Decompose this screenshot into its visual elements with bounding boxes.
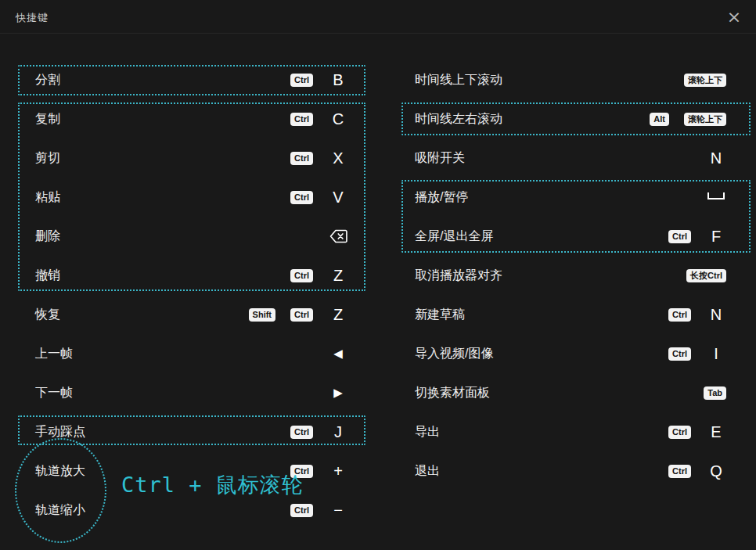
shortcut-keys: CtrlI <box>668 345 726 362</box>
shortcut-keys: CtrlQ <box>668 462 726 480</box>
dialog-header: 快捷键 × <box>0 0 756 34</box>
shortcut-row: 上一帧◀ <box>35 342 348 365</box>
shortcut-label: 新建草稿 <box>415 307 465 323</box>
key-badge: Ctrl <box>290 152 313 165</box>
shortcut-keys: CtrlJ <box>290 423 348 440</box>
key-badge: Ctrl <box>668 230 691 243</box>
key-letter: X <box>328 149 348 167</box>
shortcut-label: 轨道缩小 <box>35 502 85 519</box>
shortcut-row: 吸附开关N <box>415 146 726 170</box>
shortcut-column-left: 分割CtrlB复制CtrlC剪切CtrlX粘贴CtrlV删除撤销CtrlZ恢复S… <box>19 68 365 537</box>
shortcut-row: 复制CtrlC <box>35 107 348 131</box>
shortcut-row: 导出CtrlE <box>415 420 726 444</box>
shortcut-keys: 滚轮上下 <box>684 74 726 87</box>
shortcut-keys: CtrlF <box>668 228 726 245</box>
shortcut-label: 导出 <box>415 424 440 440</box>
shortcut-keys: Tab <box>704 386 726 400</box>
shortcut-row: 退出CtrlQ <box>415 459 726 483</box>
next-frame-icon: ▶ <box>328 384 348 401</box>
key-badge: Ctrl <box>290 504 313 517</box>
shortcut-keys: CtrlX <box>290 149 348 167</box>
space-key-icon <box>706 192 726 203</box>
shortcut-keys: ◀ <box>328 345 348 362</box>
key-letter: J <box>328 423 348 440</box>
shortcut-column-right: 时间线上下滚动滚轮上下时间线左右滚动Alt滚轮上下吸附开关N播放/暂停全屏/退出… <box>402 68 750 498</box>
close-icon[interactable]: × <box>722 5 747 30</box>
key-letter: N <box>706 149 726 167</box>
key-badge: Ctrl <box>290 191 313 204</box>
backspace-icon <box>328 229 348 243</box>
shortcut-keys: CtrlV <box>290 189 348 206</box>
key-letter: I <box>706 345 726 362</box>
shortcut-label: 退出 <box>415 463 440 480</box>
prev-frame-icon: ◀ <box>328 345 348 362</box>
shortcut-label: 粘贴 <box>35 189 60 206</box>
key-badge: Ctrl <box>290 113 313 126</box>
key-letter: V <box>328 189 348 206</box>
shortcut-row: 下一帧▶ <box>35 381 348 404</box>
shortcut-label: 分割 <box>35 72 60 88</box>
shortcut-label: 时间线左右滚动 <box>415 111 502 128</box>
key-badge: Alt <box>650 113 669 126</box>
shortcut-label: 上一帧 <box>35 346 73 362</box>
shortcut-keys: Alt滚轮上下 <box>650 113 726 126</box>
space-key-shape <box>707 192 725 200</box>
key-badge: Ctrl <box>668 465 691 478</box>
key-letter: B <box>328 71 348 88</box>
shortcut-keys <box>328 229 348 243</box>
shortcut-label: 撤销 <box>35 268 60 284</box>
shortcut-keys: CtrlC <box>290 110 348 128</box>
shortcut-row: 时间线左右滚动Alt滚轮上下 <box>415 107 726 131</box>
key-letter: C <box>328 110 348 128</box>
shortcut-keys: CtrlZ <box>290 267 348 284</box>
shortcut-row: 粘贴CtrlV <box>35 185 348 209</box>
key-letter: − <box>328 501 348 519</box>
shortcut-label: 手动踩点 <box>35 424 85 440</box>
key-badge: 滚轮上下 <box>684 74 726 87</box>
shortcut-row: 分割CtrlB <box>35 68 348 92</box>
key-letter: + <box>328 462 348 480</box>
shortcut-label: 下一帧 <box>35 385 73 401</box>
shortcut-keys: CtrlN <box>668 306 726 323</box>
shortcut-row: 全屏/退出全屏CtrlF <box>415 225 726 248</box>
shortcut-label: 播放/暂停 <box>415 189 468 206</box>
shortcut-label: 删除 <box>35 228 60 245</box>
shortcut-keys: Ctrl− <box>290 501 348 519</box>
shortcut-label: 恢复 <box>35 307 60 323</box>
key-letter: Z <box>328 267 348 284</box>
shortcut-label: 吸附开关 <box>415 150 465 167</box>
key-badge: 长按Ctrl <box>686 269 726 282</box>
key-badge: Ctrl <box>668 347 691 361</box>
shortcut-keys: ▶ <box>328 384 348 401</box>
shortcut-row: 手动踩点CtrlJ <box>35 420 348 444</box>
shortcut-label: 轨道放大 <box>35 463 85 480</box>
key-badge: Shift <box>249 308 275 322</box>
shortcut-row: 切换素材面板Tab <box>415 381 726 404</box>
shortcut-label: 时间线上下滚动 <box>415 72 502 88</box>
shortcut-row: 时间线上下滚动滚轮上下 <box>415 68 726 92</box>
shortcut-row: 新建草稿CtrlN <box>415 303 726 326</box>
key-badge: Tab <box>704 386 726 400</box>
shortcut-label: 取消播放器对齐 <box>415 268 502 284</box>
shortcut-row: 导入视频/图像CtrlI <box>415 342 726 365</box>
shortcut-row: 轨道缩小Ctrl− <box>35 498 348 522</box>
key-letter: F <box>706 228 726 245</box>
shortcut-row: 取消播放器对齐长按Ctrl <box>415 264 726 287</box>
shortcut-row: 剪切CtrlX <box>35 146 348 170</box>
shortcut-keys: 长按Ctrl <box>686 269 726 282</box>
shortcut-label: 切换素材面板 <box>415 385 490 401</box>
key-letter: N <box>706 306 726 323</box>
key-badge: 滚轮上下 <box>684 113 726 126</box>
shortcut-row: 撤销CtrlZ <box>35 264 348 287</box>
shortcut-row: 恢复ShiftCtrlZ <box>35 303 348 326</box>
key-letter: E <box>706 423 726 440</box>
shortcut-label: 复制 <box>35 111 60 128</box>
key-badge: Ctrl <box>290 269 313 282</box>
key-letter: Z <box>328 306 348 323</box>
shortcut-label: 剪切 <box>35 150 60 167</box>
next-frame-icon-glyph: ▶ <box>333 384 343 401</box>
shortcut-label: 导入视频/图像 <box>415 346 493 362</box>
key-badge: Ctrl <box>668 308 691 322</box>
dialog-title: 快捷键 <box>16 11 49 25</box>
shortcut-keys: ShiftCtrlZ <box>249 306 348 323</box>
